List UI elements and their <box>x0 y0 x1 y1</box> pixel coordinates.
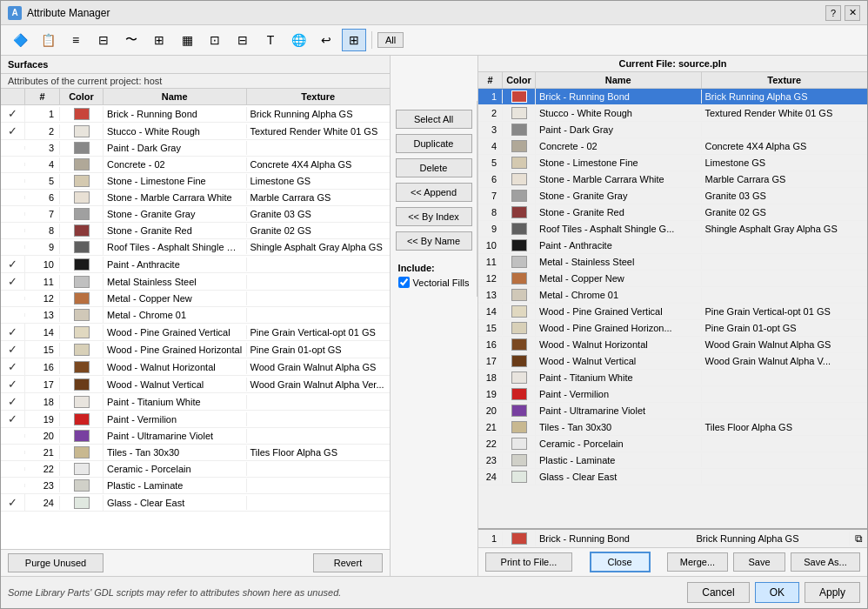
left-table-row[interactable]: ✓ 15 Wood - Pine Grained Horizontal Pine… <box>1 341 390 358</box>
left-table-row[interactable]: 21 Tiles - Tan 30x30 Tiles Floor Alpha G… <box>1 445 390 461</box>
left-table-row[interactable]: 22 Ceramic - Porcelain <box>1 461 390 478</box>
right-row-name: Paint - Anthracite <box>536 238 702 252</box>
left-row-check: ✓ <box>1 123 25 139</box>
right-table-row[interactable]: 6 Stone - Marble Carrara White Marble Ca… <box>478 171 867 188</box>
right-table-row[interactable]: 10 Paint - Anthracite <box>478 238 867 254</box>
close-button[interactable]: ✕ <box>845 5 860 21</box>
right-table-row[interactable]: 11 Metal - Stainless Steel <box>478 254 867 271</box>
left-table-row[interactable]: ✓ 17 Wood - Walnut Vertical Wood Grain W… <box>1 376 390 393</box>
left-row-name: Ceramic - Porcelain <box>103 462 247 476</box>
select-all-button[interactable]: Select All <box>396 110 472 129</box>
left-row-num: 22 <box>25 462 60 476</box>
left-row-name: Roof Tiles - Asphalt Shingle Gr... <box>103 240 247 254</box>
right-table-row[interactable]: 12 Metal - Copper New <box>478 271 867 287</box>
toolbar-btn-5[interactable]: 〜 <box>119 29 144 51</box>
left-table-row[interactable]: 6 Stone - Marble Carrara White Marble Ca… <box>1 190 390 206</box>
left-table-row[interactable]: ✓ 14 Wood - Pine Grained Vertical Pine G… <box>1 324 390 341</box>
left-table-row[interactable]: ✓ 2 Stucco - White Rough Textured Render… <box>1 123 390 140</box>
left-table-row[interactable]: 20 Paint - Ultramarine Violet <box>1 428 390 445</box>
toolbar-all-button[interactable]: All <box>377 32 404 48</box>
right-table-row[interactable]: 9 Roof Tiles - Asphalt Shingle G... Shin… <box>478 221 867 238</box>
left-table-row[interactable]: ✓ 16 Wood - Walnut Horizontal Wood Grain… <box>1 358 390 376</box>
right-table-row[interactable]: 20 Paint - Ultramarine Violet <box>478 403 867 419</box>
right-table-row[interactable]: 21 Tiles - Tan 30x30 Tiles Floor Alpha G… <box>478 419 867 436</box>
toolbar-btn-surfaces[interactable]: ⊞ <box>342 29 366 51</box>
left-row-num: 6 <box>25 191 60 204</box>
left-table-body[interactable]: ✓ 1 Brick - Running Bond Brick Running A… <box>1 105 390 549</box>
left-row-name: Stone - Granite Gray <box>103 207 247 221</box>
right-table-row[interactable]: 4 Concrete - 02 Concrete 4X4 Alpha GS <box>478 138 867 155</box>
status-copy-icon[interactable]: ⧉ <box>850 532 867 545</box>
duplicate-button[interactable]: Duplicate <box>396 134 472 153</box>
right-row-color <box>503 138 536 154</box>
left-row-check: ✓ <box>1 411 25 427</box>
right-table-row[interactable]: 8 Stone - Granite Red Granite 02 GS <box>478 204 867 221</box>
left-table-row[interactable]: 4 Concrete - 02 Concrete 4X4 Alpha GS <box>1 157 390 173</box>
toolbar-btn-9[interactable]: ⊟ <box>230 29 255 51</box>
by-name-button[interactable]: << By Name <box>396 231 472 251</box>
left-table-row[interactable]: 9 Roof Tiles - Asphalt Shingle Gr... Shi… <box>1 239 390 256</box>
left-table-row[interactable]: 12 Metal - Copper New <box>1 291 390 307</box>
right-table-row[interactable]: 3 Paint - Dark Gray <box>478 122 867 138</box>
help-button[interactable]: ? <box>825 5 841 21</box>
toolbar-btn-4[interactable]: ⊟ <box>91 29 116 51</box>
ok-button[interactable]: OK <box>755 582 799 603</box>
right-color-swatch <box>511 107 527 119</box>
close-button[interactable]: Close <box>590 552 651 572</box>
left-table-row[interactable]: ✓ 10 Paint - Anthracite <box>1 256 390 273</box>
right-table-row[interactable]: 7 Stone - Granite Gray Granite 03 GS <box>478 188 867 204</box>
toolbar-btn-1[interactable]: 🔷 <box>8 29 32 51</box>
vectorial-fills-checkbox[interactable] <box>398 277 410 288</box>
toolbar-btn-3[interactable]: ≡ <box>63 29 88 51</box>
toolbar-btn-7[interactable]: ▦ <box>175 29 199 51</box>
right-table-row[interactable]: 19 Paint - Vermilion <box>478 386 867 403</box>
print-to-file-button[interactable]: Print to File... <box>485 552 572 572</box>
right-table-row[interactable]: 18 Paint - Titanium White <box>478 370 867 386</box>
purge-unused-button[interactable]: Purge Unused <box>8 553 103 572</box>
left-color-swatch <box>74 292 90 304</box>
left-table-row[interactable]: 3 Paint - Dark Gray <box>1 140 390 157</box>
left-table-row[interactable]: 5 Stone - Limestone Fine Limestone GS <box>1 173 390 190</box>
toolbar-btn-11[interactable]: 🌐 <box>286 29 310 51</box>
left-row-name: Stone - Limestone Fine <box>103 174 247 188</box>
toolbar-btn-6[interactable]: ⊞ <box>147 29 171 51</box>
left-table-row[interactable]: 13 Metal - Chrome 01 <box>1 307 390 324</box>
left-table-row[interactable]: ✓ 24 Glass - Clear East <box>1 494 390 512</box>
save-button[interactable]: Save <box>733 552 785 572</box>
apply-button[interactable]: Apply <box>805 582 860 603</box>
right-table-row[interactable]: 15 Wood - Pine Grained Horizon... Pine G… <box>478 320 867 337</box>
left-table-row[interactable]: ✓ 1 Brick - Running Bond Brick Running A… <box>1 105 390 123</box>
left-table-row[interactable]: 8 Stone - Granite Red Granite 02 GS <box>1 223 390 239</box>
left-table-row[interactable]: ✓ 11 Metal Stainless Steel <box>1 273 390 291</box>
right-table-row[interactable]: 14 Wood - Pine Grained Vertical Pine Gra… <box>478 304 867 320</box>
right-color-swatch <box>511 371 527 384</box>
toolbar-btn-12[interactable]: ↩ <box>314 29 338 51</box>
left-table-row[interactable]: ✓ 19 Paint - Vermilion <box>1 411 390 428</box>
cancel-button[interactable]: Cancel <box>687 582 749 603</box>
right-table-row[interactable]: 2 Stucco - White Rough Textured Render W… <box>478 105 867 122</box>
right-table-row[interactable]: 17 Wood - Walnut Vertical Wood Grain Wal… <box>478 353 867 370</box>
left-color-swatch <box>74 208 90 220</box>
right-table-row[interactable]: 23 Plastic - Laminate <box>478 452 867 469</box>
toolbar-btn-2[interactable]: 📋 <box>36 29 60 51</box>
right-table-row[interactable]: 5 Stone - Limestone Fine Limestone GS <box>478 155 867 171</box>
right-table-row[interactable]: 24 Glass - Clear East <box>478 469 867 485</box>
right-table-row[interactable]: 13 Metal - Chrome 01 <box>478 287 867 304</box>
merge-button[interactable]: Merge... <box>667 552 728 572</box>
left-row-texture <box>247 434 391 438</box>
left-table-row[interactable]: 7 Stone - Granite Gray Granite 03 GS <box>1 206 390 223</box>
save-as-button[interactable]: Save As... <box>791 552 860 572</box>
right-table-row[interactable]: 1 Brick - Running Bond Brick Running Alp… <box>478 89 867 105</box>
right-row-color <box>503 403 536 418</box>
toolbar-btn-8[interactable]: ⊡ <box>203 29 227 51</box>
right-table-row[interactable]: 16 Wood - Walnut Horizontal Wood Grain W… <box>478 337 867 353</box>
right-table-row[interactable]: 22 Ceramic - Porcelain <box>478 436 867 452</box>
by-index-button[interactable]: << By Index <box>396 207 472 226</box>
right-table-body[interactable]: 1 Brick - Running Bond Brick Running Alp… <box>478 89 867 528</box>
append-button[interactable]: << Append <box>396 183 472 202</box>
toolbar-btn-10[interactable]: T <box>258 29 283 51</box>
left-table-row[interactable]: 23 Plastic - Laminate <box>1 478 390 494</box>
delete-button[interactable]: Delete <box>396 158 472 177</box>
left-table-row[interactable]: ✓ 18 Paint - Titanium White <box>1 393 390 411</box>
revert-button[interactable]: Revert <box>313 553 383 572</box>
